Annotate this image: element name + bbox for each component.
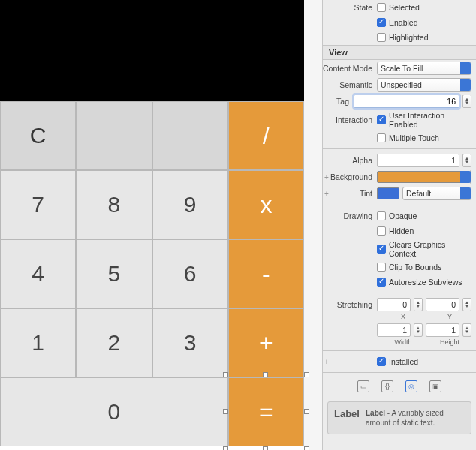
key-4[interactable]: 4 <box>0 239 76 308</box>
selected-cblabel: Selected <box>389 3 420 12</box>
clears-checkbox[interactable] <box>377 244 386 254</box>
calculator-canvas: C / 7 8 9 x 4 5 6 - 1 2 3 + 0 = <box>0 0 304 450</box>
background-popup[interactable]: ▲▼ <box>470 170 471 184</box>
tag-label: Tag <box>323 97 354 106</box>
stretching-label: Stretching <box>323 300 377 309</box>
key-blank-2[interactable] <box>152 101 228 170</box>
alpha-field[interactable]: 1 <box>377 154 459 167</box>
library-tab-file-icon[interactable]: ▭ <box>357 380 369 392</box>
key-5[interactable]: 5 <box>76 239 152 308</box>
stretch-h-field[interactable]: 1 <box>426 323 459 337</box>
library-item-icon: Label <box>334 408 360 419</box>
semantic-label: Semantic <box>323 80 377 89</box>
library-tab-code-icon[interactable]: {} <box>381 380 393 392</box>
key-minus[interactable]: - <box>228 239 304 308</box>
installed-add-icon[interactable]: + <box>323 358 330 366</box>
drawing-label: Drawing <box>323 212 377 220</box>
key-0[interactable]: 0 <box>0 377 228 446</box>
tint-popup[interactable]: Default▲▼ <box>402 187 471 200</box>
installed-checkbox[interactable] <box>377 357 386 366</box>
calculator-keypad: C / 7 8 9 x 4 5 6 - 1 2 3 + 0 = <box>0 101 304 446</box>
enabled-cblabel: Enabled <box>389 18 418 27</box>
semantic-popup[interactable]: Unspecified▲▼ <box>377 78 471 92</box>
state-label: State <box>323 3 377 12</box>
opaque-checkbox[interactable] <box>377 212 386 220</box>
content-mode-popup[interactable]: Scale To Fill▲▼ <box>377 62 471 75</box>
interaction-label: Interaction <box>323 116 377 124</box>
tag-stepper[interactable]: ▲▼ <box>462 94 471 108</box>
tint-label: Tint <box>330 189 377 198</box>
key-3[interactable]: 3 <box>152 308 228 377</box>
stretch-w-stepper[interactable]: ▲▼ <box>414 323 423 337</box>
enabled-checkbox[interactable] <box>377 18 386 27</box>
inspector-panel: State Selected Enabled Highlighted View … <box>322 0 476 450</box>
user-interaction-checkbox[interactable] <box>377 116 386 124</box>
clip-checkbox[interactable] <box>377 262 386 272</box>
tint-add-icon[interactable]: + <box>323 190 330 198</box>
library-tab-object-icon[interactable]: ◎ <box>405 380 417 392</box>
tag-field[interactable] <box>354 94 459 108</box>
library-tab-media-icon[interactable]: ▣ <box>429 380 441 392</box>
calculator-display <box>0 0 304 101</box>
background-color-well[interactable] <box>377 171 467 183</box>
autoresize-checkbox[interactable] <box>377 278 386 286</box>
stretch-x-stepper[interactable]: ▲▼ <box>414 298 423 311</box>
key-7[interactable]: 7 <box>0 170 76 239</box>
hidden-checkbox[interactable] <box>377 226 386 236</box>
background-add-icon[interactable]: + <box>323 173 330 182</box>
key-equals[interactable]: = <box>228 377 304 446</box>
key-equals-label: = <box>259 398 273 426</box>
key-multiply[interactable]: x <box>228 170 304 239</box>
stretch-y-stepper[interactable]: ▲▼ <box>462 298 471 311</box>
key-clear[interactable]: C <box>0 101 76 170</box>
library-tab-bar: ▭ {} ◎ ▣ <box>323 376 476 397</box>
selected-checkbox[interactable] <box>377 3 386 12</box>
view-section-header: View <box>323 45 476 60</box>
highlighted-checkbox[interactable] <box>377 33 386 42</box>
stretch-h-stepper[interactable]: ▲▼ <box>462 323 471 337</box>
multiple-touch-checkbox[interactable] <box>377 134 386 142</box>
alpha-label: Alpha <box>323 156 377 165</box>
library-item-label[interactable]: Label Label - A variably sized amount of… <box>327 401 471 434</box>
key-2[interactable]: 2 <box>76 308 152 377</box>
tint-color-well[interactable] <box>377 188 399 200</box>
key-9[interactable]: 9 <box>152 170 228 239</box>
highlighted-cblabel: Highlighted <box>389 33 429 42</box>
key-plus[interactable]: + <box>228 308 304 377</box>
key-blank-1[interactable] <box>76 101 152 170</box>
background-label: Background <box>330 172 377 182</box>
stretch-y-field[interactable]: 0 <box>426 298 459 311</box>
content-mode-label: Content Mode <box>323 64 377 73</box>
key-8[interactable]: 8 <box>76 170 152 239</box>
stretch-w-field[interactable]: 1 <box>377 323 411 337</box>
key-6[interactable]: 6 <box>152 239 228 308</box>
stretch-x-field[interactable]: 0 <box>377 298 411 311</box>
alpha-stepper[interactable]: ▲▼ <box>462 154 471 167</box>
key-divide[interactable]: / <box>228 101 304 170</box>
key-1[interactable]: 1 <box>0 308 76 377</box>
